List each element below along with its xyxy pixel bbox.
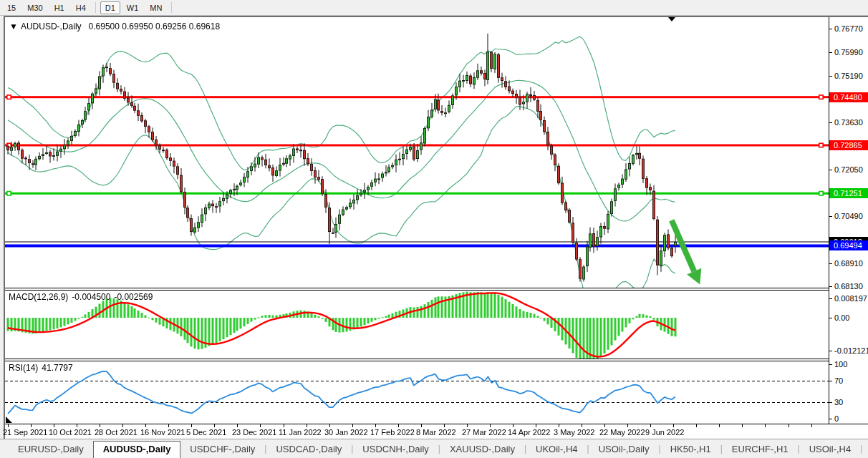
date-tick xyxy=(54,424,54,427)
date-label: 22 May 2022 xyxy=(599,428,645,437)
date-tick xyxy=(375,424,376,427)
timeframe-h4[interactable]: H4 xyxy=(71,1,91,14)
price-tick-label: 0.76770 xyxy=(834,24,863,34)
date-tick xyxy=(307,424,307,427)
chart-tabs-bar: EURUSD-,DailyAUDUSD-,DailyUSDCHF-,Daily|… xyxy=(0,439,868,458)
timeframe-mn[interactable]: MN xyxy=(145,1,167,14)
chart-tab-usoilh4[interactable]: USOil-,H4 xyxy=(800,442,861,458)
date-tick xyxy=(31,424,32,427)
date-tick xyxy=(513,424,513,427)
macd-scale-tick xyxy=(829,298,832,299)
date-tick xyxy=(467,424,468,427)
date-label: 8 Mar 2022 xyxy=(416,428,456,437)
price-tick-label: 0.70490 xyxy=(834,212,863,221)
main-chart-canvas[interactable] xyxy=(5,17,829,288)
chart-tab-ukoilh4[interactable]: UKOil-,H4 xyxy=(526,442,587,458)
price-axis[interactable]: 0.767700.759900.751900.736300.720500.704… xyxy=(829,17,868,424)
date-tick xyxy=(8,424,9,427)
date-tick xyxy=(627,424,628,427)
date-label: 14 Apr 2022 xyxy=(508,428,550,437)
date-tick xyxy=(329,424,330,427)
date-label: 17 Feb 2022 xyxy=(370,428,415,437)
price-tick-label: 0.73630 xyxy=(834,118,863,127)
date-tick xyxy=(559,424,559,427)
date-label: 5 Dec 2021 xyxy=(186,428,226,437)
price-tick xyxy=(829,52,832,53)
date-tick xyxy=(421,424,422,427)
toolbar-separator xyxy=(171,2,172,13)
timeframe-h1[interactable]: H1 xyxy=(49,1,69,14)
rsi-scale-tick xyxy=(829,419,832,419)
date-label: 28 Oct 2021 xyxy=(95,428,138,437)
timeframe-toolbar: 15M30H1H4D1W1MN xyxy=(0,0,868,16)
price-tick xyxy=(829,29,832,29)
chart-title: ▼AUDUSD-,Daily0.69500 0.69950 0.69256 0.… xyxy=(9,21,220,31)
timeframe-d1[interactable]: D1 xyxy=(100,1,120,14)
date-tick xyxy=(77,424,77,427)
date-tick xyxy=(444,424,445,427)
chart-tab-xauusddaily[interactable]: XAUUSD-,Daily xyxy=(440,442,524,458)
date-tick xyxy=(536,424,536,427)
date-tick xyxy=(650,424,651,427)
rsi-scale-label: 30 xyxy=(834,398,843,407)
price-tick xyxy=(829,216,832,217)
macd-scale-label: -0.012121 xyxy=(834,346,868,356)
chart-tab-eurusddaily[interactable]: EURUSD-,Daily xyxy=(9,442,93,458)
price-tick xyxy=(829,170,832,170)
date-tick xyxy=(719,424,720,427)
rsi-scale-tick xyxy=(829,402,832,403)
price-tick xyxy=(829,76,832,77)
macd-scale-label: 0.00 xyxy=(834,313,849,323)
chart-window: ▼AUDUSD-,Daily0.69500 0.69950 0.69256 0.… xyxy=(4,16,868,439)
date-tick xyxy=(145,424,146,427)
scroll-origin-icon xyxy=(6,416,12,423)
timeframe-w1[interactable]: W1 xyxy=(122,1,144,14)
date-tick xyxy=(696,424,697,427)
chart-tab-audusddaily[interactable]: AUDUSD-,Daily xyxy=(93,441,181,458)
price-line-label: 0.72865 xyxy=(829,140,868,150)
date-tick xyxy=(260,424,261,427)
ohlc-values: 0.69500 0.69950 0.69256 0.69618 xyxy=(89,21,221,31)
rsi-scale-label: 0 xyxy=(834,414,839,424)
rsi-scale-tick xyxy=(829,381,832,381)
chart-tab-usdchfdaily[interactable]: USDCHF-,Daily xyxy=(180,442,264,458)
price-tick-label: 0.75190 xyxy=(834,72,863,81)
date-label: 10 Oct 2021 xyxy=(49,428,92,437)
date-label: 11 Jan 2022 xyxy=(279,428,322,437)
date-label: 23 Dec 2021 xyxy=(232,428,276,437)
date-tick xyxy=(352,424,353,427)
main-chart-pane: ▼AUDUSD-,Daily0.69500 0.69950 0.69256 0.… xyxy=(5,17,829,288)
price-tick xyxy=(829,122,832,123)
timeframe-15[interactable]: 15 xyxy=(2,1,21,14)
price-tick xyxy=(829,263,832,264)
chart-tab-usdcaddaily[interactable]: USDCAD-,Daily xyxy=(266,442,351,458)
chart-tab-usoildaily[interactable]: USOil-,Daily xyxy=(589,442,659,458)
rsi-label: RSI(14)41.7797 xyxy=(9,363,77,373)
date-tick xyxy=(604,424,605,427)
date-tick xyxy=(398,424,399,427)
rsi-value: 41.7797 xyxy=(42,363,72,373)
macd-scale-tick xyxy=(829,351,832,351)
date-tick xyxy=(742,424,743,427)
chart-tab-usdcnhdaily[interactable]: USDCNH-,Daily xyxy=(353,442,438,458)
timeframe-m30[interactable]: M30 xyxy=(22,1,47,14)
rsi-name: RSI(14) xyxy=(9,363,38,373)
date-label: 30 Jan 2022 xyxy=(324,428,368,437)
chart-tab-eurchfh1[interactable]: EURCHF-,H1 xyxy=(723,442,798,458)
macd-scale-label: 0.008197 xyxy=(834,294,867,303)
rsi-scale-label: 70 xyxy=(834,376,843,386)
chart-tab-hk50h1[interactable]: HK50-,H1 xyxy=(661,442,720,458)
date-tick xyxy=(168,424,169,427)
date-tick xyxy=(237,424,238,427)
date-label: 27 Mar 2022 xyxy=(462,428,506,437)
chart-tab-ukoilh4[interactable]: UKOil-,H4 xyxy=(862,442,868,458)
collapse-arrow-icon[interactable]: ▼ xyxy=(9,21,18,31)
date-axis[interactable]: 21 Sep 202110 Oct 202128 Oct 202116 Nov … xyxy=(5,424,868,439)
macd-scale-tick xyxy=(829,318,832,318)
date-tick xyxy=(214,424,215,427)
date-tick xyxy=(490,424,491,427)
price-tick-label: 0.72050 xyxy=(834,165,863,175)
rsi-canvas[interactable] xyxy=(5,361,829,424)
macd-signal-value: -0.002569 xyxy=(114,292,153,302)
macd-pane: MACD(12,26,9)-0.004500-0.002569 xyxy=(5,291,829,359)
